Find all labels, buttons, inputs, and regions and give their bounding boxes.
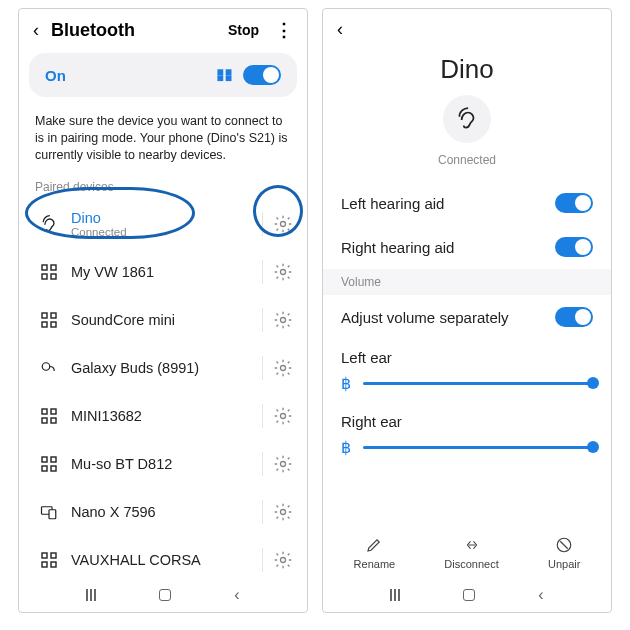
svg-rect-14 [51,409,56,414]
grid-icon [35,456,63,472]
stop-button[interactable]: Stop [228,22,259,38]
gear-icon[interactable] [273,310,293,330]
gear-icon[interactable] [273,214,293,234]
device-row[interactable]: Nano X 7596 [19,488,307,536]
page-title: Bluetooth [51,20,220,41]
adjust-separately-row[interactable]: Adjust volume separately [323,295,611,339]
gear-icon[interactable] [273,358,293,378]
device-name: SoundCore mini [71,312,252,328]
device-row[interactable]: Mu-so BT D812 [19,440,307,488]
svg-rect-18 [42,457,47,462]
grid-icon [35,312,63,328]
left-ear-slider[interactable] [363,382,593,385]
svg-rect-20 [42,466,47,471]
grid-icon [35,408,63,424]
device-hero: Connected [323,95,611,181]
device-name: Galaxy Buds (8991) [71,360,252,376]
more-icon[interactable]: ⋮ [275,19,293,41]
right-ear-slider[interactable] [363,446,593,449]
qr-icon[interactable]: ■■■■ [217,69,234,81]
device-row[interactable]: VAUXHALL CORSA [19,536,307,576]
svg-rect-28 [42,562,47,567]
device-name: Nano X 7596 [71,504,252,520]
svg-point-22 [281,461,286,466]
device-row[interactable]: My VW 1861 [19,248,307,296]
bluetooth-toggle[interactable] [243,65,281,85]
svg-rect-6 [42,313,47,318]
device-row[interactable]: MINI13682 [19,392,307,440]
paired-device-list: Dino Connected My VW 1861 SoundCore mini… [19,200,307,576]
svg-rect-7 [51,313,56,318]
device-row[interactable]: Galaxy Buds (8991) [19,344,307,392]
volume-section-label: Volume [323,269,611,295]
divider [262,500,263,524]
grid-icon [35,264,63,280]
svg-rect-21 [51,466,56,471]
gear-icon[interactable] [273,262,293,282]
svg-point-5 [281,269,286,274]
on-label: On [45,67,217,84]
svg-point-17 [281,413,286,418]
svg-point-12 [281,365,286,370]
rename-label: Rename [354,558,396,570]
svg-rect-24 [49,509,56,518]
svg-rect-27 [51,553,56,558]
back-icon[interactable]: ‹ [333,19,347,40]
svg-rect-15 [42,418,47,423]
bluetooth-icon: ฿ [341,374,351,393]
device-name: MINI13682 [71,408,252,424]
unpair-label: Unpair [548,558,580,570]
svg-point-10 [281,317,286,322]
divider [262,308,263,332]
gear-icon[interactable] [273,502,293,522]
header: ‹ Bluetooth Stop ⋮ [19,9,307,47]
nav-back-icon[interactable]: ‹ [538,586,543,604]
svg-point-11 [42,362,50,370]
setting-label: Left hearing aid [341,195,555,212]
unpair-button[interactable]: Unpair [548,536,580,570]
right-hearing-aid-row[interactable]: Right hearing aid [323,225,611,269]
device-row-dino[interactable]: Dino Connected [19,200,307,248]
device-name: Dino [71,210,252,226]
rename-button[interactable]: Rename [354,536,396,570]
nav-recent-icon[interactable] [390,589,400,601]
divider [262,452,263,476]
gear-icon[interactable] [273,406,293,426]
divider [262,404,263,428]
devices-icon [35,503,63,521]
right-ear-label: Right ear [341,413,593,430]
svg-rect-16 [51,418,56,423]
bluetooth-master-toggle-row[interactable]: On ■■■■ [29,53,297,97]
hearing-aid-icon [35,214,63,234]
gear-icon[interactable] [273,550,293,570]
device-name: My VW 1861 [71,264,252,280]
earbuds-icon [35,359,63,377]
hearing-aid-icon [443,95,491,143]
device-row[interactable]: SoundCore mini [19,296,307,344]
nav-home-icon[interactable] [159,589,171,601]
svg-rect-9 [51,322,56,327]
setting-label: Adjust volume separately [341,309,555,326]
svg-point-0 [281,221,286,226]
device-status: Connected [71,226,252,238]
left-hearing-aid-row[interactable]: Left hearing aid [323,181,611,225]
left-ear-label: Left ear [341,349,593,366]
divider [262,212,263,236]
nav-home-icon[interactable] [463,589,475,601]
android-navbar: ‹ [19,576,307,612]
left-hearing-aid-toggle[interactable] [555,193,593,213]
nav-back-icon[interactable]: ‹ [234,586,239,604]
disconnect-button[interactable]: Disconnect [444,536,498,570]
device-name: VAUXHALL CORSA [71,552,252,568]
nav-recent-icon[interactable] [86,589,96,601]
right-hearing-aid-toggle[interactable] [555,237,593,257]
disconnect-label: Disconnect [444,558,498,570]
adjust-separately-toggle[interactable] [555,307,593,327]
svg-rect-1 [42,265,47,270]
paired-devices-label: Paired devices [19,176,307,200]
connection-status: Connected [438,153,496,167]
gear-icon[interactable] [273,454,293,474]
grid-icon [35,552,63,568]
svg-rect-13 [42,409,47,414]
back-icon[interactable]: ‹ [29,20,43,41]
